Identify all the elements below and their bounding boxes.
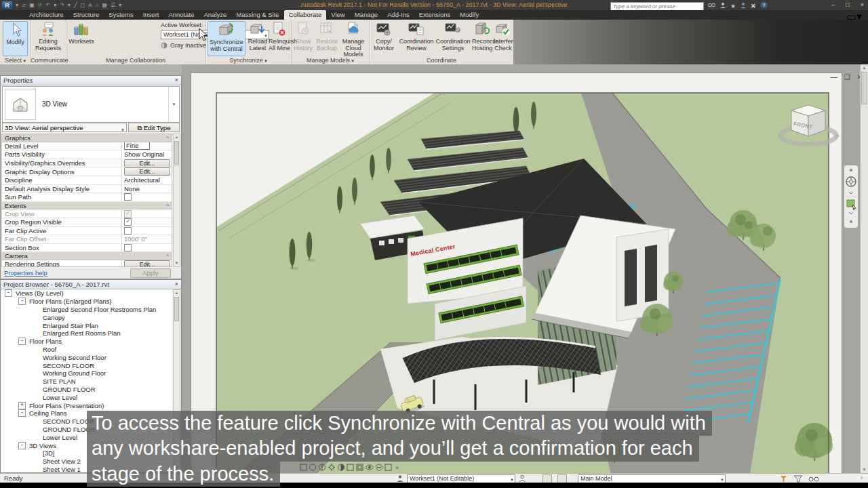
- tree-expander-icon[interactable]: -: [18, 442, 26, 449]
- panel-label-manage-models[interactable]: Manage Models ▾: [291, 57, 370, 64]
- scroll-down-icon[interactable]: ▼: [861, 466, 868, 473]
- measure-icon[interactable]: ╱: [74, 1, 77, 9]
- tree-expander-icon[interactable]: [32, 354, 39, 361]
- tree-expander-icon[interactable]: [32, 418, 39, 425]
- search-icon[interactable]: [708, 2, 715, 10]
- ribbon-tab[interactable]: Collaborate: [284, 10, 327, 20]
- tree-item[interactable]: SITE PLAN: [1, 378, 172, 386]
- close-button[interactable]: ×: [861, 0, 864, 9]
- search-input[interactable]: [610, 2, 704, 11]
- scroll-up-icon[interactable]: ▲: [174, 134, 180, 140]
- section-icon[interactable]: ▦: [102, 1, 108, 9]
- tree-item[interactable]: Working Second Floor: [1, 353, 172, 361]
- tree-expander-icon[interactable]: [32, 314, 39, 321]
- tree-item[interactable]: Enlarged Stair Plan: [1, 321, 172, 329]
- exclude-options-icon[interactable]: [780, 475, 787, 483]
- signin-icon[interactable]: [719, 2, 726, 11]
- navigation-bar[interactable]: [844, 165, 859, 231]
- properties-section[interactable]: Camera^: [2, 252, 172, 260]
- help-icon[interactable]: ?: [760, 1, 768, 11]
- status-expand-icon[interactable]: ›: [861, 474, 863, 481]
- tree-item[interactable]: Roof: [1, 346, 172, 354]
- favorites-star-icon[interactable]: ★: [730, 2, 736, 10]
- tree-expander-icon[interactable]: -: [18, 338, 26, 345]
- tree-expander-icon[interactable]: [32, 449, 39, 457]
- tree-expander-icon[interactable]: [32, 369, 39, 377]
- synchronize-with-central-button[interactable]: Synchronize with Central: [208, 21, 245, 56]
- revit-logo[interactable]: R: [2, 1, 12, 9]
- tree-expander-icon[interactable]: [32, 426, 39, 433]
- tree-expander-icon[interactable]: [32, 346, 39, 353]
- tree-expander-icon[interactable]: -: [18, 298, 26, 305]
- ribbon-tab[interactable]: Insert: [138, 10, 164, 20]
- view-scrollbar[interactable]: ▲ ▼: [860, 64, 868, 473]
- ribbon-tab[interactable]: Modify: [455, 10, 484, 20]
- property-value[interactable]: Architectural: [121, 176, 172, 184]
- edit-button[interactable]: Edit...: [124, 260, 170, 267]
- restore-button[interactable]: □: [846, 0, 849, 9]
- filter-icon[interactable]: [793, 475, 803, 483]
- property-value[interactable]: Fine: [121, 142, 172, 150]
- thin-lines-icon[interactable]: ☰: [111, 1, 115, 9]
- editing-requests-button[interactable]: Editing Requests: [32, 21, 64, 52]
- modify-button[interactable]: Modify: [3, 21, 28, 56]
- tree-expander-icon[interactable]: -: [5, 289, 12, 297]
- exchange-apps-icon[interactable]: ✕: [751, 2, 756, 10]
- text-icon[interactable]: A: [88, 1, 92, 9]
- view-cube[interactable]: FRONT: [774, 93, 842, 163]
- sync-icon[interactable]: ⟳: [38, 1, 43, 9]
- scroll-down-icon[interactable]: ▼: [174, 260, 180, 266]
- view-selector-dropdown[interactable]: 3D View: Aerial perspective ▼: [2, 123, 127, 132]
- ribbon-tab[interactable]: Manage: [350, 10, 382, 20]
- ribbon-tab[interactable]: Structure: [68, 10, 104, 20]
- tree-item[interactable]: + Floor Plans (Presentation): [1, 401, 172, 409]
- properties-help-link[interactable]: Properties help: [4, 269, 47, 277]
- panel-label-select[interactable]: Select ▾: [0, 57, 31, 64]
- edit-button[interactable]: Edit...: [124, 167, 170, 176]
- 3d-view-icon[interactable]: ⌂: [96, 1, 99, 9]
- scroll-up-icon[interactable]: ▲: [861, 64, 868, 71]
- ribbon-tab[interactable]: Annotate: [163, 10, 199, 20]
- navbar-options-icon[interactable]: [850, 220, 852, 223]
- ribbon-tab[interactable]: Systems: [104, 10, 138, 20]
- tree-expander-icon[interactable]: [32, 362, 39, 369]
- minimize-button[interactable]: –: [831, 0, 835, 9]
- ribbon-tab[interactable]: View: [326, 10, 349, 20]
- tree-item[interactable]: Enlarged Second Floor Restrooms Plan: [1, 306, 172, 314]
- tree-expander-icon[interactable]: [32, 306, 39, 313]
- panel-label-synchronize[interactable]: Synchronize ▾: [205, 57, 291, 64]
- view-minimize-icon[interactable]: —: [831, 74, 837, 81]
- tree-item[interactable]: - Floor Plans: [1, 338, 172, 346]
- tree-item[interactable]: Enlarged Rest Rooms Plan: [1, 329, 172, 338]
- edit-button[interactable]: Edit...: [124, 159, 170, 167]
- tree-item[interactable]: - Floor Plans (Enlarged Plans): [1, 298, 172, 306]
- type-selector-arrow-icon[interactable]: ▼: [168, 87, 179, 122]
- open-icon[interactable]: ▱: [22, 1, 26, 9]
- ribbon-state-toggle-icon[interactable]: ▭▾: [846, 10, 863, 20]
- tree-expander-icon[interactable]: [32, 329, 39, 337]
- property-value[interactable]: None: [121, 185, 172, 193]
- property-value[interactable]: Show Original: [121, 150, 172, 159]
- select-toggle-icon[interactable]: [808, 475, 819, 483]
- ribbon-tab[interactable]: Architecture: [24, 10, 68, 20]
- tree-expander-icon[interactable]: [32, 322, 39, 329]
- view-restore-icon[interactable]: ❏: [844, 74, 850, 81]
- tree-expander-icon[interactable]: [32, 386, 39, 393]
- worksets-button[interactable]: Worksets: [68, 21, 94, 45]
- tree-item[interactable]: - Views (By Level): [1, 289, 172, 298]
- app-menu-arrow-icon[interactable]: ▾: [16, 1, 18, 9]
- redo-arrow-icon[interactable]: ▾: [68, 1, 71, 9]
- copy-monitor-button[interactable]: Copy/ Monitor: [372, 21, 396, 52]
- properties-section[interactable]: Graphics^: [2, 134, 172, 142]
- tree-item[interactable]: GROUND FLOOR: [1, 386, 172, 394]
- tree-item[interactable]: Canopy: [1, 313, 172, 321]
- scroll-up-icon[interactable]: ▲: [174, 290, 180, 296]
- tree-expander-icon[interactable]: [32, 458, 39, 465]
- undo-arrow-icon[interactable]: ▾: [54, 1, 56, 9]
- tree-item[interactable]: SECOND FLOOR: [1, 361, 172, 369]
- manage-cloud-models-button[interactable]: Manage Cloud Models: [338, 21, 368, 58]
- redo-icon[interactable]: ↷: [60, 1, 64, 9]
- close-icon[interactable]: ×: [175, 280, 178, 289]
- close-icon[interactable]: ×: [175, 76, 178, 85]
- account-icon[interactable]: [740, 2, 747, 11]
